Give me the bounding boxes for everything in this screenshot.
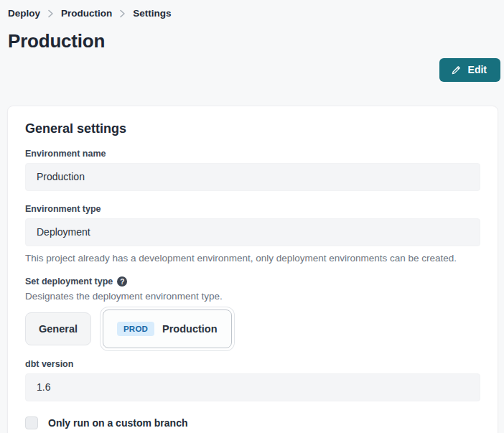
deployment-type-field: Set deployment type ? Designates the dep…	[25, 276, 480, 348]
help-icon[interactable]: ?	[117, 276, 127, 287]
environment-type-input[interactable]	[25, 218, 480, 246]
deployment-type-label-text: Set deployment type	[25, 276, 113, 287]
environment-type-field: Environment type This project already ha…	[25, 204, 480, 264]
dbt-version-input[interactable]	[25, 373, 480, 401]
deployment-type-option-production[interactable]: PROD Production	[103, 309, 232, 348]
edit-button[interactable]: Edit	[439, 58, 500, 82]
deployment-type-description: Designates the deployment environment ty…	[25, 291, 480, 302]
custom-branch-row: Only run on a custom branch	[25, 416, 480, 429]
deployment-type-option-general-label: General	[39, 323, 78, 335]
breadcrumb: Deploy Production Settings	[0, 0, 504, 19]
environment-name-label: Environment name	[25, 149, 480, 159]
prod-badge: PROD	[117, 322, 154, 336]
breadcrumb-item-deploy[interactable]: Deploy	[8, 8, 40, 19]
environment-name-field: Environment name	[25, 149, 480, 191]
pencil-icon	[451, 65, 462, 75]
deployment-type-option-general[interactable]: General	[25, 312, 91, 345]
environment-name-input[interactable]	[25, 163, 480, 191]
chevron-right-icon	[47, 9, 54, 18]
dbt-version-label: dbt version	[25, 359, 480, 369]
environment-type-helper-text: This project already has a development e…	[25, 253, 480, 264]
toolbar: Edit	[0, 58, 500, 82]
dbt-version-field: dbt version	[25, 359, 480, 401]
page-title: Production	[8, 30, 504, 52]
edit-button-label: Edit	[468, 64, 487, 75]
deployment-type-label: Set deployment type ?	[25, 276, 480, 287]
breadcrumb-item-settings: Settings	[133, 8, 171, 19]
breadcrumb-item-production[interactable]: Production	[61, 8, 112, 19]
card-heading: General settings	[25, 121, 480, 136]
chevron-right-icon	[119, 9, 126, 18]
deployment-type-toggle-group: General PROD Production	[25, 309, 480, 348]
deployment-type-option-production-label: Production	[162, 323, 218, 335]
custom-branch-label[interactable]: Only run on a custom branch	[48, 417, 187, 429]
custom-branch-checkbox[interactable]	[25, 416, 38, 429]
environment-type-label: Environment type	[25, 204, 480, 214]
general-settings-card: General settings Environment name Enviro…	[7, 106, 498, 433]
